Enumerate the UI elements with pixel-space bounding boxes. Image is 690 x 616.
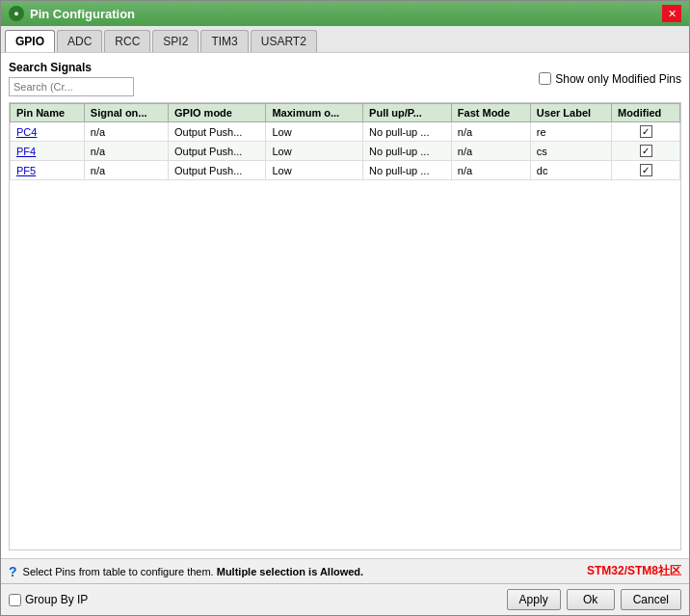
show-modified-checkbox[interactable] [539, 72, 551, 85]
bottom-bar: Group By IP Apply Ok Cancel [1, 583, 689, 615]
tab-usart2[interactable]: USART2 [251, 30, 317, 52]
bottom-left: Group By IP [9, 593, 88, 606]
close-button[interactable]: ✕ [662, 5, 681, 22]
cell-pull-0: No pull-up ... [363, 122, 452, 142]
search-label: Search Signals [9, 61, 134, 74]
modified-checkbox-1[interactable]: ✓ [640, 145, 652, 157]
bottom-right: Apply Ok Cancel [507, 589, 681, 610]
cell-modified-1: ✓ [612, 142, 680, 161]
cell-max-1: Low [266, 142, 363, 161]
search-row: Search Signals Show only Modified Pins [9, 61, 681, 96]
tab-tim3[interactable]: TIM3 [200, 30, 248, 52]
cell-modified-2: ✓ [612, 161, 680, 180]
col-gpio-mode: GPIO mode [169, 104, 266, 122]
cell-gpio-mode-0: Output Push... [169, 122, 266, 142]
col-fast-mode: Fast Mode [451, 104, 530, 122]
apply-button[interactable]: Apply [507, 589, 561, 610]
col-pull-up: Pull up/P... [363, 104, 452, 122]
table-row[interactable]: PF4 n/a Output Push... Low No pull-up ..… [11, 142, 680, 161]
cell-gpio-mode-2: Output Push... [169, 161, 266, 180]
table-header-row: Pin Name Signal on... GPIO mode Maximum … [11, 104, 680, 122]
cell-max-2: Low [266, 161, 363, 180]
tab-spi2[interactable]: SPI2 [152, 30, 199, 52]
show-modified-label: Show only Modified Pins [555, 72, 681, 86]
modified-checkbox-2[interactable]: ✓ [640, 164, 652, 176]
cell-fast-1: n/a [451, 142, 530, 161]
cell-label-1: cs [530, 142, 611, 161]
cell-fast-0: n/a [451, 122, 530, 142]
main-window: ● Pin Configuration ✕ GPIO ADC RCC SPI2 … [0, 0, 690, 616]
search-block: Search Signals [9, 61, 134, 96]
col-user-label: User Label [530, 104, 611, 122]
cell-pull-1: No pull-up ... [363, 142, 452, 161]
cell-signal-1: n/a [84, 142, 168, 161]
tabs-bar: GPIO ADC RCC SPI2 TIM3 USART2 [1, 26, 689, 53]
col-signal-on: Signal on... [84, 104, 168, 122]
table-container: Pin Name Signal on... GPIO mode Maximum … [9, 102, 681, 550]
table-row[interactable]: PF5 n/a Output Push... Low No pull-up ..… [11, 161, 680, 180]
cell-fast-2: n/a [451, 161, 530, 180]
cell-label-2: dc [530, 161, 611, 180]
search-section: Search Signals Show only Modified Pins [9, 61, 681, 96]
status-text: Select Pins from table to configure them… [23, 566, 364, 577]
status-icon: ? [9, 564, 17, 579]
col-pin-name: Pin Name [11, 104, 85, 122]
cell-gpio-mode-1: Output Push... [169, 142, 266, 161]
cell-pin-name-1[interactable]: PF4 [11, 142, 85, 161]
title-bar: ● Pin Configuration ✕ [1, 1, 689, 26]
app-icon: ● [9, 6, 24, 21]
col-maximum-o: Maximum o... [266, 104, 363, 122]
cell-pin-name-2[interactable]: PF5 [11, 161, 85, 180]
tab-gpio[interactable]: GPIO [5, 30, 55, 52]
window-title: Pin Configuration [30, 7, 135, 21]
cell-label-0: re [530, 122, 611, 142]
status-bar: ? Select Pins from table to configure th… [1, 558, 689, 583]
cell-signal-0: n/a [84, 122, 168, 142]
gpio-table: Pin Name Signal on... GPIO mode Maximum … [10, 103, 680, 180]
title-bar-left: ● Pin Configuration [9, 6, 135, 21]
cell-signal-2: n/a [84, 161, 168, 180]
modified-checkbox-0[interactable]: ✓ [640, 125, 652, 138]
cell-max-0: Low [266, 122, 363, 142]
group-by-ip-label: Group By IP [25, 593, 88, 606]
cell-modified-0: ✓ [612, 122, 680, 142]
group-by-ip-checkbox[interactable] [9, 594, 21, 606]
cell-pull-2: No pull-up ... [363, 161, 452, 180]
cancel-button[interactable]: Cancel [621, 589, 681, 610]
table-row[interactable]: PC4 n/a Output Push... Low No pull-up ..… [11, 122, 680, 142]
show-modified-row: Show only Modified Pins [539, 72, 681, 86]
ok-button[interactable]: Ok [567, 589, 615, 610]
search-input[interactable] [9, 77, 134, 96]
watermark: STM32/STM8社区 [587, 563, 681, 579]
content-area: Search Signals Show only Modified Pins P… [1, 53, 689, 558]
col-modified: Modified [612, 104, 680, 122]
tab-adc[interactable]: ADC [57, 30, 102, 52]
tab-rcc[interactable]: RCC [104, 30, 150, 52]
cell-pin-name-0[interactable]: PC4 [11, 122, 85, 142]
